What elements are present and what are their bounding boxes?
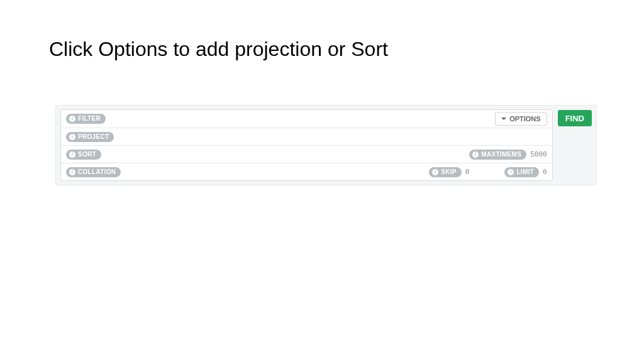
filter-row[interactable]: i FILTER OPTIONS [61, 110, 552, 128]
sort-row[interactable]: i SORT i MAXTIMEMS 5000 [61, 145, 552, 163]
collation-row[interactable]: i COLLATION i SKIP 0 i LIMIT 0 [61, 163, 552, 180]
maxtimems-group[interactable]: i MAXTIMEMS 5000 [469, 150, 547, 160]
caret-down-icon [501, 118, 506, 120]
limit-value: 0 [541, 168, 547, 176]
skip-pill: i SKIP [429, 167, 462, 177]
sort-pill: i SORT [66, 150, 101, 160]
query-bar: i FILTER OPTIONS i PROJECT i SORT [55, 105, 597, 185]
skip-value: 0 [464, 168, 470, 176]
info-icon: i [508, 169, 514, 175]
info-icon: i [432, 169, 438, 175]
filter-label: FILTER [78, 116, 101, 122]
filter-pill: i FILTER [66, 114, 106, 124]
info-icon: i [69, 169, 75, 175]
maxtimems-pill: i MAXTIMEMS [469, 150, 526, 160]
options-button[interactable]: OPTIONS [495, 112, 547, 126]
project-row[interactable]: i PROJECT [61, 128, 552, 145]
find-button[interactable]: FIND [558, 110, 592, 126]
maxtimems-label: MAXTIMEMS [481, 151, 521, 158]
project-pill: i PROJECT [66, 132, 114, 142]
info-icon: i [69, 134, 75, 140]
collation-pill: i COLLATION [66, 167, 121, 177]
info-icon: i [472, 151, 479, 158]
limit-pill: i LIMIT [504, 167, 539, 177]
limit-group[interactable]: i LIMIT 0 [504, 167, 547, 177]
project-label: PROJECT [78, 134, 109, 140]
page-title: Click Options to add projection or Sort [0, 0, 644, 61]
info-icon: i [69, 116, 75, 122]
query-fields: i FILTER OPTIONS i PROJECT i SORT [60, 109, 553, 181]
collation-label: COLLATION [78, 169, 116, 175]
info-icon: i [69, 151, 75, 158]
options-label: OPTIONS [509, 115, 541, 123]
sort-label: SORT [78, 151, 96, 158]
limit-label: LIMIT [516, 169, 534, 175]
skip-group[interactable]: i SKIP 0 [429, 167, 469, 177]
skip-label: SKIP [441, 169, 457, 175]
maxtimems-value: 5000 [529, 150, 547, 158]
